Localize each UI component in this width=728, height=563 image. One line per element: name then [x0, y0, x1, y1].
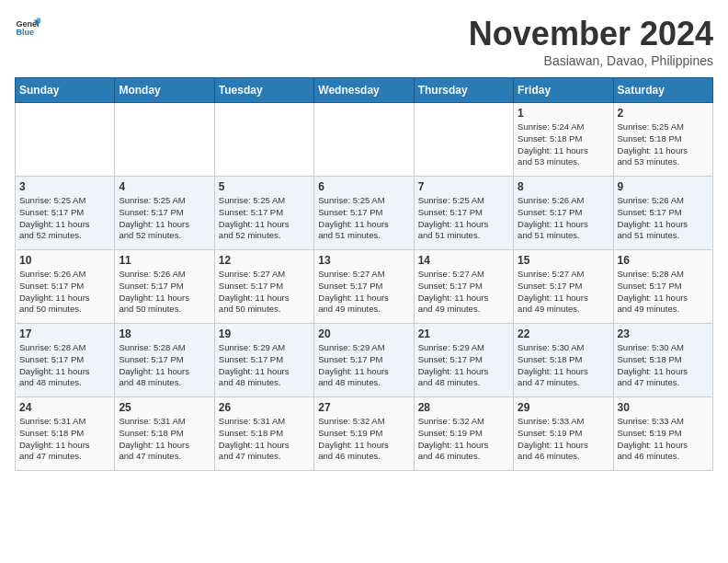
day-number: 18: [119, 327, 210, 340]
calendar-cell: 12Sunrise: 5:27 AMSunset: 5:17 PMDayligh…: [214, 250, 313, 324]
calendar-cell: 11Sunrise: 5:26 AMSunset: 5:17 PMDayligh…: [115, 250, 214, 324]
day-number: 20: [318, 327, 409, 340]
calendar-cell: 16Sunrise: 5:28 AMSunset: 5:17 PMDayligh…: [613, 250, 712, 324]
day-info: Sunrise: 5:30 AMSunset: 5:18 PMDaylight:…: [618, 342, 709, 389]
weekday-header-cell: Friday: [514, 78, 613, 103]
calendar-cell: 10Sunrise: 5:26 AMSunset: 5:17 PMDayligh…: [16, 250, 115, 324]
day-number: 8: [518, 180, 609, 193]
day-info: Sunrise: 5:31 AMSunset: 5:18 PMDaylight:…: [119, 416, 210, 463]
weekday-header-cell: Sunday: [16, 78, 115, 103]
day-info: Sunrise: 5:33 AMSunset: 5:19 PMDaylight:…: [518, 416, 609, 463]
calendar-cell: [214, 103, 313, 177]
day-info: Sunrise: 5:29 AMSunset: 5:17 PMDaylight:…: [418, 342, 509, 389]
day-info: Sunrise: 5:30 AMSunset: 5:18 PMDaylight:…: [518, 342, 609, 389]
calendar-cell: 19Sunrise: 5:29 AMSunset: 5:17 PMDayligh…: [214, 324, 313, 397]
day-info: Sunrise: 5:31 AMSunset: 5:18 PMDaylight:…: [219, 416, 310, 463]
calendar-cell: 9Sunrise: 5:26 AMSunset: 5:17 PMDaylight…: [613, 177, 712, 250]
calendar-cell: 3Sunrise: 5:25 AMSunset: 5:17 PMDaylight…: [16, 177, 115, 250]
day-info: Sunrise: 5:28 AMSunset: 5:17 PMDaylight:…: [19, 342, 110, 389]
day-info: Sunrise: 5:32 AMSunset: 5:19 PMDaylight:…: [318, 416, 409, 463]
calendar-cell: 1Sunrise: 5:24 AMSunset: 5:18 PMDaylight…: [514, 103, 613, 177]
calendar-title: November 2024: [469, 15, 713, 53]
day-number: 2: [618, 107, 709, 120]
day-info: Sunrise: 5:26 AMSunset: 5:17 PMDaylight:…: [119, 269, 210, 316]
day-info: Sunrise: 5:29 AMSunset: 5:17 PMDaylight:…: [318, 342, 409, 389]
calendar-cell: [314, 103, 414, 177]
day-info: Sunrise: 5:25 AMSunset: 5:17 PMDaylight:…: [418, 195, 509, 242]
day-info: Sunrise: 5:28 AMSunset: 5:17 PMDaylight:…: [618, 269, 709, 316]
header: General Blue November 2024 Basiawan, Dav…: [15, 15, 713, 68]
day-info: Sunrise: 5:27 AMSunset: 5:17 PMDaylight:…: [518, 269, 609, 316]
calendar-week-row: 17Sunrise: 5:28 AMSunset: 5:17 PMDayligh…: [16, 324, 713, 397]
calendar-cell: 30Sunrise: 5:33 AMSunset: 5:19 PMDayligh…: [613, 397, 712, 471]
calendar-cell: [16, 103, 115, 177]
weekday-header-row: SundayMondayTuesdayWednesdayThursdayFrid…: [16, 78, 713, 103]
day-number: 30: [618, 401, 709, 414]
calendar-week-row: 24Sunrise: 5:31 AMSunset: 5:18 PMDayligh…: [16, 397, 713, 471]
day-info: Sunrise: 5:25 AMSunset: 5:17 PMDaylight:…: [19, 195, 110, 242]
calendar-cell: 27Sunrise: 5:32 AMSunset: 5:19 PMDayligh…: [314, 397, 414, 471]
calendar-cell: 13Sunrise: 5:27 AMSunset: 5:17 PMDayligh…: [314, 250, 414, 324]
svg-text:Blue: Blue: [16, 28, 34, 37]
calendar-cell: 23Sunrise: 5:30 AMSunset: 5:18 PMDayligh…: [613, 324, 712, 397]
day-number: 14: [418, 254, 509, 267]
calendar-cell: 5Sunrise: 5:25 AMSunset: 5:17 PMDaylight…: [214, 177, 313, 250]
logo: General Blue: [15, 15, 40, 40]
day-info: Sunrise: 5:25 AMSunset: 5:17 PMDaylight:…: [119, 195, 210, 242]
day-number: 22: [518, 327, 609, 340]
calendar-cell: 24Sunrise: 5:31 AMSunset: 5:18 PMDayligh…: [16, 397, 115, 471]
calendar-cell: 6Sunrise: 5:25 AMSunset: 5:17 PMDaylight…: [314, 177, 414, 250]
day-number: 1: [518, 107, 609, 120]
day-info: Sunrise: 5:26 AMSunset: 5:17 PMDaylight:…: [19, 269, 110, 316]
weekday-header-cell: Thursday: [414, 78, 513, 103]
calendar-cell: 2Sunrise: 5:25 AMSunset: 5:18 PMDaylight…: [613, 103, 712, 177]
weekday-header-cell: Saturday: [613, 78, 712, 103]
calendar-cell: 8Sunrise: 5:26 AMSunset: 5:17 PMDaylight…: [514, 177, 613, 250]
calendar-cell: 28Sunrise: 5:32 AMSunset: 5:19 PMDayligh…: [414, 397, 513, 471]
calendar-week-row: 10Sunrise: 5:26 AMSunset: 5:17 PMDayligh…: [16, 250, 713, 324]
day-number: 17: [19, 327, 110, 340]
calendar-table: SundayMondayTuesdayWednesdayThursdayFrid…: [15, 77, 713, 471]
day-number: 11: [119, 254, 210, 267]
calendar-cell: 29Sunrise: 5:33 AMSunset: 5:19 PMDayligh…: [514, 397, 613, 471]
day-number: 12: [219, 254, 310, 267]
day-number: 29: [518, 401, 609, 414]
day-number: 25: [119, 401, 210, 414]
day-number: 4: [119, 180, 210, 193]
day-number: 10: [19, 254, 110, 267]
calendar-body: 1Sunrise: 5:24 AMSunset: 5:18 PMDaylight…: [16, 103, 713, 471]
day-number: 13: [318, 254, 409, 267]
day-info: Sunrise: 5:25 AMSunset: 5:18 PMDaylight:…: [618, 121, 709, 168]
day-number: 24: [19, 401, 110, 414]
day-number: 7: [418, 180, 509, 193]
day-number: 16: [618, 254, 709, 267]
title-block: November 2024 Basiawan, Davao, Philippin…: [469, 15, 713, 68]
day-info: Sunrise: 5:26 AMSunset: 5:17 PMDaylight:…: [518, 195, 609, 242]
day-info: Sunrise: 5:27 AMSunset: 5:17 PMDaylight:…: [418, 269, 509, 316]
day-number: 19: [219, 327, 310, 340]
calendar-cell: 15Sunrise: 5:27 AMSunset: 5:17 PMDayligh…: [514, 250, 613, 324]
day-number: 9: [618, 180, 709, 193]
day-number: 15: [518, 254, 609, 267]
logo-icon: General Blue: [15, 15, 40, 40]
calendar-cell: [414, 103, 513, 177]
day-number: 26: [219, 401, 310, 414]
day-number: 3: [19, 180, 110, 193]
day-number: 5: [219, 180, 310, 193]
day-info: Sunrise: 5:25 AMSunset: 5:17 PMDaylight:…: [318, 195, 409, 242]
calendar-cell: 18Sunrise: 5:28 AMSunset: 5:17 PMDayligh…: [115, 324, 214, 397]
day-info: Sunrise: 5:29 AMSunset: 5:17 PMDaylight:…: [219, 342, 310, 389]
weekday-header-cell: Monday: [115, 78, 214, 103]
calendar-week-row: 1Sunrise: 5:24 AMSunset: 5:18 PMDaylight…: [16, 103, 713, 177]
weekday-header-cell: Tuesday: [214, 78, 313, 103]
day-number: 6: [318, 180, 409, 193]
day-number: 28: [418, 401, 509, 414]
calendar-cell: 22Sunrise: 5:30 AMSunset: 5:18 PMDayligh…: [514, 324, 613, 397]
calendar-cell: 21Sunrise: 5:29 AMSunset: 5:17 PMDayligh…: [414, 324, 513, 397]
day-info: Sunrise: 5:31 AMSunset: 5:18 PMDaylight:…: [19, 416, 110, 463]
calendar-cell: 25Sunrise: 5:31 AMSunset: 5:18 PMDayligh…: [115, 397, 214, 471]
weekday-header-cell: Wednesday: [314, 78, 414, 103]
day-info: Sunrise: 5:25 AMSunset: 5:17 PMDaylight:…: [219, 195, 310, 242]
calendar-cell: 4Sunrise: 5:25 AMSunset: 5:17 PMDaylight…: [115, 177, 214, 250]
calendar-cell: 14Sunrise: 5:27 AMSunset: 5:17 PMDayligh…: [414, 250, 513, 324]
